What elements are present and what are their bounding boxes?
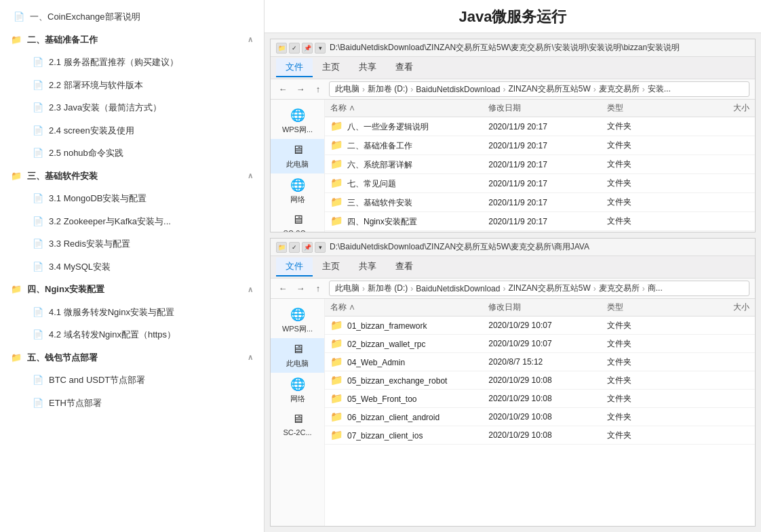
breadcrumb-sep-1: › <box>410 284 413 293</box>
col-header-修改日期[interactable]: 修改日期 <box>488 102 607 114</box>
sidebar-item-eth-node[interactable]: 📄ETH节点部署 <box>0 392 264 415</box>
sidebar-item-java-install[interactable]: 📄2.3 Java安装（最简洁方式） <box>0 96 264 119</box>
sidebar-item-microservice-nginx[interactable]: 📄4.1 微服务转发Nginx安装与配置 <box>0 301 264 324</box>
breadcrumb-item-2[interactable]: BaiduNetdiskDownload <box>416 284 500 293</box>
sidebar-item-basic-software[interactable]: 📁三、基础软件安装∧ <box>0 165 264 188</box>
tb-dropdown-btn[interactable]: ▾ <box>315 43 326 54</box>
up-btn-1[interactable]: ↑ <box>311 83 325 96</box>
file-type: 文件夹 <box>607 140 686 151</box>
breadcrumb-item-0[interactable]: 此电脑 <box>335 83 359 95</box>
file-row[interactable]: 📁06_bizzan_client_android2020/10/29 10:0… <box>325 408 755 426</box>
explorer-body-1: 🌐WPS网...🖥此电脑🌐网络🖥SC-2C... 名称 ∧修改日期类型大小📁八、… <box>271 100 755 232</box>
sidebar-item-zookeeper[interactable]: 📄3.2 Zookeeper与Kafka安装与... <box>0 210 264 233</box>
file-date: 2020/10/29 10:07 <box>488 321 607 330</box>
sidebar-label-redis: 3.3 Redis安装与配置 <box>49 237 130 251</box>
breadcrumb-item-3[interactable]: ZINZAN交易所互站5W <box>508 283 590 294</box>
sidebar-icon-deploy-env: 📄 <box>33 79 43 92</box>
file-row[interactable]: 📁二、基础准备工作2020/11/9 20:17文件夹 <box>325 136 755 155</box>
file-row[interactable]: 📁三、基础软件安装2020/11/9 20:17文件夹 <box>325 193 755 212</box>
back-btn-2[interactable]: ← <box>276 282 290 295</box>
breadcrumb-item-3[interactable]: ZINZAN交易所互站5W <box>508 83 590 95</box>
sidebar-item-domain-nginx[interactable]: 📄4.2 域名转发Nginx配置（https） <box>0 323 264 346</box>
file-list-1: 名称 ∧修改日期类型大小📁八、一些业务逻辑说明2020/11/9 20:17文件… <box>325 100 755 232</box>
file-row[interactable]: 📁05_bizzan_exchange_robot2020/10/29 10:0… <box>325 371 755 390</box>
up-btn-2[interactable]: ↑ <box>311 282 325 295</box>
col-header-修改日期[interactable]: 修改日期 <box>488 302 607 313</box>
file-row[interactable]: 📁七、常见问题2020/11/9 20:17文件夹 <box>325 174 755 193</box>
sidebar-item-deploy-env[interactable]: 📄2.2 部署环境与软件版本 <box>0 74 264 97</box>
nav-item-network2[interactable]: 🌐网络 <box>271 373 324 408</box>
file-row[interactable]: 📁01_bizzan_framework2020/10/29 10:07文件夹 <box>325 316 755 335</box>
toolbar-tab-主页[interactable]: 主页 <box>313 258 349 277</box>
sidebar-item-wallet-node[interactable]: 📁五、钱包节点部署∧ <box>0 346 264 369</box>
nav-item-this-pc[interactable]: 🖥此电脑 <box>271 139 324 173</box>
breadcrumb-item-5[interactable]: 商... <box>648 283 663 294</box>
breadcrumb-bar-1[interactable]: 此电脑 › 新加卷 (D:) › BaiduNetdiskDownload › … <box>329 81 749 97</box>
col-header-名称[interactable]: 名称 ∧ <box>330 102 488 114</box>
file-row[interactable]: 📁八、一些业务逻辑说明2020/11/9 20:17文件夹 <box>325 117 755 136</box>
tb-icon-folder[interactable]: 📁 <box>276 43 287 54</box>
file-row[interactable]: 📁五、钱包节点部署2020/11/9 20:17文件夹 <box>325 231 755 232</box>
sidebar-item-nginx-config[interactable]: 📁四、Nginx安装配置∧ <box>0 278 264 301</box>
sidebar-item-coinexchange[interactable]: 📄一、CoinExchange部署说明 <box>0 5 264 28</box>
breadcrumb-item-4[interactable]: 麦克交易所 <box>599 283 640 294</box>
tb-icon-check-2[interactable]: ✓ <box>289 242 300 253</box>
folder-icon: 📁 <box>330 319 343 331</box>
file-row[interactable]: 📁四、Nginx安装配置2020/11/9 20:17文件夹 <box>325 212 755 231</box>
toolbar-tab-文件[interactable]: 文件 <box>276 58 313 77</box>
col-header-类型[interactable]: 类型 <box>607 302 686 313</box>
forward-btn-2[interactable]: → <box>294 282 307 295</box>
toolbar-tab-查看[interactable]: 查看 <box>386 58 423 77</box>
forward-btn-1[interactable]: → <box>294 83 307 96</box>
nav-item-wps[interactable]: 🌐WPS网... <box>271 104 324 139</box>
sidebar-item-server-config[interactable]: 📄2.1 服务器配置推荐（购买建议） <box>0 51 264 74</box>
sidebar-item-mongodb[interactable]: 📄3.1 MongoDB安装与配置 <box>0 187 264 210</box>
file-row[interactable]: 📁07_bizzan_client_ios2020/10/29 10:08文件夹 <box>325 426 755 445</box>
sidebar-item-btc-usdt[interactable]: 📄BTC and USDT节点部署 <box>0 369 264 392</box>
sidebar-icon-basic-software: 📁 <box>11 169 22 183</box>
tb-icon-pin-2[interactable]: 📌 <box>302 242 313 253</box>
nav-item-icon-sc202: 🖥 <box>292 412 304 426</box>
nav-item-sc20[interactable]: 🖥SC-2C... <box>271 209 324 232</box>
nav-item-sc202[interactable]: 🖥SC-2C... <box>271 408 324 441</box>
breadcrumb-item-0[interactable]: 此电脑 <box>335 283 359 294</box>
tb-icon-pin[interactable]: 📌 <box>302 43 313 54</box>
file-name: 二、基础准备工作 <box>347 141 412 150</box>
nav-item-wps2[interactable]: 🌐WPS网... <box>271 303 324 338</box>
toolbar-tab-文件[interactable]: 文件 <box>276 258 313 277</box>
file-row[interactable]: 📁04_Web_Admin2020/8/7 15:12文件夹 <box>325 353 755 371</box>
sidebar-item-mysql[interactable]: 📄3.4 MySQL安装 <box>0 255 264 279</box>
toolbar-tab-共享[interactable]: 共享 <box>349 258 386 277</box>
nav-item-this-pc2[interactable]: 🖥此电脑 <box>271 338 324 373</box>
file-list-header-explorer1: 名称 ∧修改日期类型大小 <box>325 100 755 117</box>
sidebar-item-basic-prep[interactable]: 📁二、基础准备工作∧ <box>0 28 264 52</box>
breadcrumb-item-2[interactable]: BaiduNetdiskDownload <box>416 85 500 94</box>
file-type: 文件夹 <box>607 356 686 368</box>
tb-dropdown-btn-2[interactable]: ▾ <box>315 242 326 253</box>
col-header-大小[interactable]: 大小 <box>686 302 749 313</box>
toolbar-tab-共享[interactable]: 共享 <box>349 58 386 77</box>
col-header-类型[interactable]: 类型 <box>607 102 686 114</box>
breadcrumb-bar-2[interactable]: 此电脑 › 新加卷 (D:) › BaiduNetdiskDownload › … <box>329 281 749 296</box>
toolbar-tab-主页[interactable]: 主页 <box>313 58 349 77</box>
breadcrumb-item-5[interactable]: 安装... <box>648 83 671 95</box>
title-bar-1: 📁 ✓ 📌 ▾ D:\BaiduNetdiskDownload\ZINZAN交易… <box>271 39 755 57</box>
nav-item-network[interactable]: 🌐网络 <box>271 173 324 209</box>
file-date: 2020/8/7 15:12 <box>488 357 607 367</box>
file-row[interactable]: 📁05_Web_Front_too2020/10/29 10:08文件夹 <box>325 390 755 408</box>
breadcrumb-item-4[interactable]: 麦克交易所 <box>599 83 640 95</box>
sidebar-item-redis[interactable]: 📄3.3 Redis安装与配置 <box>0 232 264 255</box>
sidebar-item-nohub-cmd[interactable]: 📄2.5 nohub命令实践 <box>0 142 264 165</box>
col-header-名称[interactable]: 名称 ∧ <box>330 302 488 313</box>
sidebar-item-screen-install[interactable]: 📄2.4 screen安装及使用 <box>0 119 264 142</box>
breadcrumb-item-1[interactable]: 新加卷 (D:) <box>368 283 408 294</box>
breadcrumb-item-1[interactable]: 新加卷 (D:) <box>368 83 408 95</box>
nav-item-icon-this-pc: 🖥 <box>292 143 304 157</box>
back-btn-1[interactable]: ← <box>276 83 290 96</box>
tb-icon-check[interactable]: ✓ <box>289 43 300 54</box>
file-row[interactable]: 📁六、系统部署详解2020/11/9 20:17文件夹 <box>325 155 755 174</box>
toolbar-tab-查看[interactable]: 查看 <box>386 258 423 277</box>
col-header-大小[interactable]: 大小 <box>686 102 749 114</box>
tb-icon-folder-2[interactable]: 📁 <box>276 242 287 253</box>
file-row[interactable]: 📁02_bizzan_wallet_rpc2020/10/29 10:07文件夹 <box>325 335 755 353</box>
